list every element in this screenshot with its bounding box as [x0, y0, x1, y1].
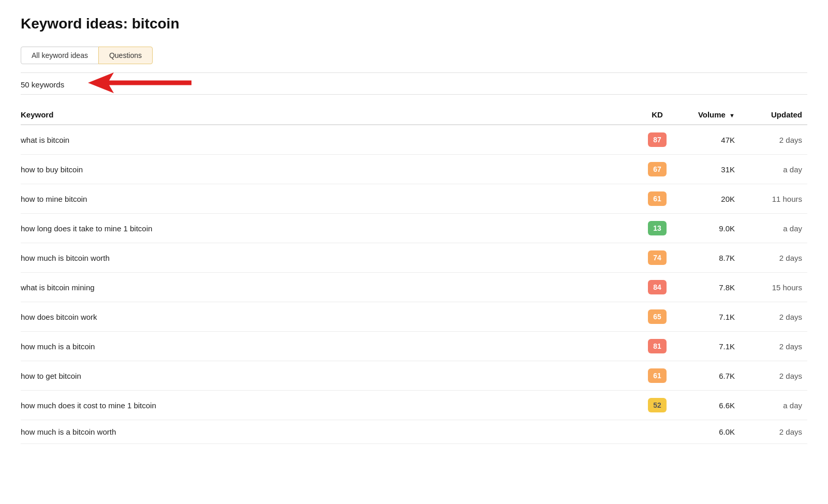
cell-volume: 31K [683, 165, 745, 174]
cell-kd: 13 [631, 221, 683, 235]
cell-kd: 81 [631, 339, 683, 353]
keywords-count: 50 keywords [21, 80, 64, 89]
cell-kd: 67 [631, 162, 683, 176]
cell-keyword[interactable]: how long does it take to mine 1 bitcoin [21, 224, 631, 233]
kd-badge: 84 [648, 280, 667, 294]
cell-kd: 74 [631, 250, 683, 265]
cell-kd: 84 [631, 280, 683, 294]
cell-keyword[interactable]: how to buy bitcoin [21, 165, 631, 174]
cell-kd: 61 [631, 191, 683, 206]
table-row: how to mine bitcoin6120K11 hours [21, 184, 807, 214]
cell-keyword[interactable]: what is bitcoin mining [21, 283, 631, 292]
cell-keyword[interactable]: how to get bitcoin [21, 372, 631, 380]
kd-badge: 74 [648, 250, 667, 265]
cell-keyword[interactable]: what is bitcoin [21, 136, 631, 144]
keywords-count-row: 50 keywords [21, 72, 807, 95]
cell-kd: 87 [631, 132, 683, 147]
table-row: how much is bitcoin worth748.7K2 days [21, 243, 807, 273]
table-row: what is bitcoin8747K2 days [21, 125, 807, 155]
cell-updated: 11 hours [745, 195, 807, 203]
svg-marker-0 [88, 72, 191, 93]
table-row: how does bitcoin work657.1K2 days [21, 302, 807, 332]
cell-volume: 7.1K [683, 342, 745, 351]
cell-keyword[interactable]: how does bitcoin work [21, 313, 631, 321]
cell-volume: 6.0K [683, 427, 745, 436]
tab-all-keywords[interactable]: All keyword ideas [21, 47, 99, 64]
kd-badge: 67 [648, 162, 667, 176]
table-row: how much is a bitcoin817.1K2 days [21, 332, 807, 361]
cell-updated: 2 days [745, 313, 807, 321]
kd-badge: 52 [648, 398, 667, 412]
cell-updated: a day [745, 224, 807, 233]
cell-volume: 9.0K [683, 224, 745, 233]
col-header-updated: Updated [745, 110, 807, 119]
cell-volume: 47K [683, 136, 745, 144]
cell-updated: 2 days [745, 254, 807, 262]
cell-kd: 52 [631, 398, 683, 412]
cell-updated: 2 days [745, 427, 807, 436]
cell-updated: 15 hours [745, 283, 807, 292]
table-row: how to get bitcoin616.7K2 days [21, 361, 807, 391]
table-row: how much does it cost to mine 1 bitcoin5… [21, 391, 807, 420]
kd-badge: 13 [648, 221, 667, 235]
col-header-volume: Volume ▼ [683, 110, 745, 119]
table-row: how long does it take to mine 1 bitcoin1… [21, 214, 807, 243]
cell-updated: 2 days [745, 342, 807, 351]
cell-volume: 7.8K [683, 283, 745, 292]
kd-badge: 81 [648, 339, 667, 353]
cell-kd: 65 [631, 309, 683, 324]
cell-kd: 61 [631, 368, 683, 383]
cell-volume: 8.7K [683, 254, 745, 262]
kd-badge: 65 [648, 309, 667, 324]
col-header-kd: KD [631, 110, 683, 119]
cell-updated: a day [745, 401, 807, 410]
table-container: Keyword KD Volume ▼ Updated what is bitc… [21, 105, 807, 444]
cell-updated: a day [745, 165, 807, 174]
cell-keyword[interactable]: how much is a bitcoin [21, 342, 631, 351]
table-row: how to buy bitcoin6731Ka day [21, 155, 807, 184]
kd-badge: 87 [648, 132, 667, 147]
page-title: Keyword ideas: bitcoin [21, 16, 807, 32]
cell-keyword[interactable]: how to mine bitcoin [21, 195, 631, 203]
arrow-indicator [88, 70, 191, 97]
sort-arrow-icon: ▼ [729, 112, 735, 118]
col-header-keyword: Keyword [21, 110, 631, 119]
table-row: what is bitcoin mining847.8K15 hours [21, 273, 807, 302]
cell-keyword[interactable]: how much is a bitcoin worth [21, 427, 631, 436]
page-wrapper: Keyword ideas: bitcoin All keyword ideas… [0, 0, 828, 504]
tab-questions[interactable]: Questions [98, 47, 153, 64]
cell-volume: 20K [683, 195, 745, 203]
cell-volume: 6.6K [683, 401, 745, 410]
tabs-row: All keyword ideas Questions [21, 47, 807, 64]
cell-updated: 2 days [745, 372, 807, 380]
cell-keyword[interactable]: how much does it cost to mine 1 bitcoin [21, 401, 631, 410]
cell-volume: 7.1K [683, 313, 745, 321]
table-header: Keyword KD Volume ▼ Updated [21, 105, 807, 125]
table-row: how much is a bitcoin worth6.0K2 days [21, 420, 807, 444]
kd-badge: 61 [648, 191, 667, 206]
cell-keyword[interactable]: how much is bitcoin worth [21, 254, 631, 262]
table-body: what is bitcoin8747K2 dayshow to buy bit… [21, 125, 807, 444]
cell-updated: 2 days [745, 136, 807, 144]
cell-volume: 6.7K [683, 372, 745, 380]
kd-badge: 61 [648, 368, 667, 383]
